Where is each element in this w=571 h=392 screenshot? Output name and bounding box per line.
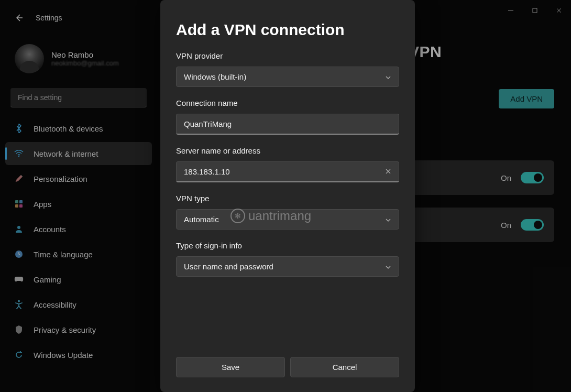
dialog-title: Add a VPN connection <box>176 21 399 39</box>
field-label: Type of sign-in info <box>176 241 399 250</box>
select-value: User name and password <box>184 262 273 271</box>
field-label: Connection name <box>176 99 399 107</box>
vpn-type-select[interactable]: Automatic <box>176 209 399 230</box>
select-value: Automatic <box>184 215 219 224</box>
connection-name-input[interactable]: QuanTriMang <box>176 114 399 135</box>
signin-type-select[interactable]: User name and password <box>176 256 399 277</box>
select-value: Windows (built-in) <box>184 72 246 81</box>
chevron-down-icon <box>385 262 391 271</box>
clear-icon[interactable] <box>385 168 391 176</box>
save-button[interactable]: Save <box>176 357 285 377</box>
input-value: QuanTriMang <box>184 119 232 128</box>
chevron-down-icon <box>385 72 391 81</box>
input-value: 183.183.1.10 <box>184 167 230 176</box>
add-vpn-dialog: Add a VPN connection VPN provider Window… <box>160 0 415 392</box>
server-address-input[interactable]: 183.183.1.10 <box>176 161 399 182</box>
vpn-provider-select[interactable]: Windows (built-in) <box>176 67 399 87</box>
chevron-down-icon <box>385 215 391 224</box>
field-label: VPN provider <box>176 51 399 60</box>
field-label: VPN type <box>176 194 399 203</box>
cancel-button[interactable]: Cancel <box>290 357 399 377</box>
field-label: Server name or address <box>176 146 399 155</box>
